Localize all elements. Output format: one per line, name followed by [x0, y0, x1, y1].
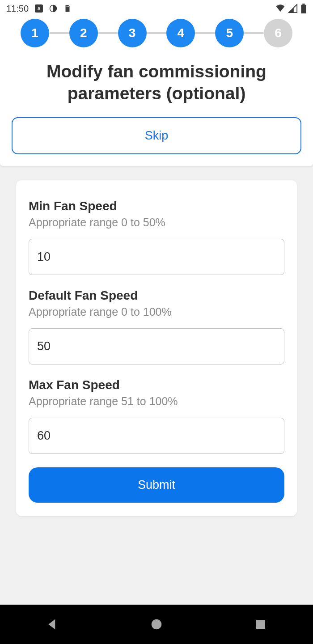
step-2[interactable]: 2 — [69, 19, 98, 47]
svg-rect-5 — [302, 4, 305, 5]
min-fan-speed-input[interactable] — [29, 239, 284, 275]
svg-rect-7 — [256, 620, 265, 629]
svg-point-6 — [152, 619, 162, 630]
step-6[interactable]: 6 — [264, 19, 292, 47]
home-circle-icon[interactable] — [150, 618, 163, 631]
field-max-fan-speed: Max Fan Speed Appropriate range 51 to 10… — [29, 378, 284, 454]
svg-rect-4 — [301, 5, 306, 13]
step-connector — [147, 32, 167, 34]
step-1[interactable]: 1 — [21, 19, 49, 47]
max-fan-speed-hint: Appropriate range 51 to 100% — [29, 395, 284, 408]
recent-square-icon[interactable] — [254, 618, 267, 631]
wifi-icon — [275, 4, 285, 13]
max-fan-speed-input[interactable] — [29, 418, 284, 454]
a-badge-icon: A — [35, 4, 43, 13]
svg-rect-3 — [68, 6, 69, 7]
cell-icon — [288, 4, 298, 13]
submit-button[interactable]: Submit — [29, 467, 284, 503]
step-connector — [98, 32, 118, 34]
status-right — [275, 4, 307, 13]
default-fan-speed-label: Default Fan Speed — [29, 288, 284, 303]
header-card: 1 2 3 4 5 6 Modify fan commissioning par… — [0, 15, 313, 166]
max-fan-speed-label: Max Fan Speed — [29, 378, 284, 392]
contrast-icon — [49, 4, 57, 13]
field-default-fan-speed: Default Fan Speed Appropriate range 0 to… — [29, 288, 284, 364]
stepper: 1 2 3 4 5 6 — [12, 15, 301, 61]
status-bar: 11:50 A — [0, 0, 313, 15]
back-triangle-icon[interactable] — [46, 618, 59, 631]
sd-card-icon — [63, 4, 72, 13]
step-3[interactable]: 3 — [118, 19, 147, 47]
step-5[interactable]: 5 — [215, 19, 244, 47]
battery-icon — [300, 4, 307, 13]
step-connector — [49, 32, 69, 34]
field-min-fan-speed: Min Fan Speed Appropriate range 0 to 50% — [29, 199, 284, 275]
step-connector — [244, 32, 264, 34]
status-clock: 11:50 — [6, 4, 29, 14]
min-fan-speed-label: Min Fan Speed — [29, 199, 284, 213]
form-card: Min Fan Speed Appropriate range 0 to 50%… — [16, 180, 297, 516]
skip-button[interactable]: Skip — [12, 117, 301, 154]
min-fan-speed-hint: Appropriate range 0 to 50% — [29, 216, 284, 229]
step-connector — [195, 32, 215, 34]
page-title: Modify fan commissioning parameters (opt… — [12, 61, 301, 117]
system-nav-bar — [0, 605, 313, 644]
svg-rect-1 — [67, 6, 67, 7]
default-fan-speed-hint: Appropriate range 0 to 100% — [29, 305, 284, 318]
default-fan-speed-input[interactable] — [29, 328, 284, 364]
svg-rect-2 — [68, 6, 68, 7]
step-4[interactable]: 4 — [166, 19, 195, 47]
status-left: 11:50 A — [6, 4, 72, 14]
